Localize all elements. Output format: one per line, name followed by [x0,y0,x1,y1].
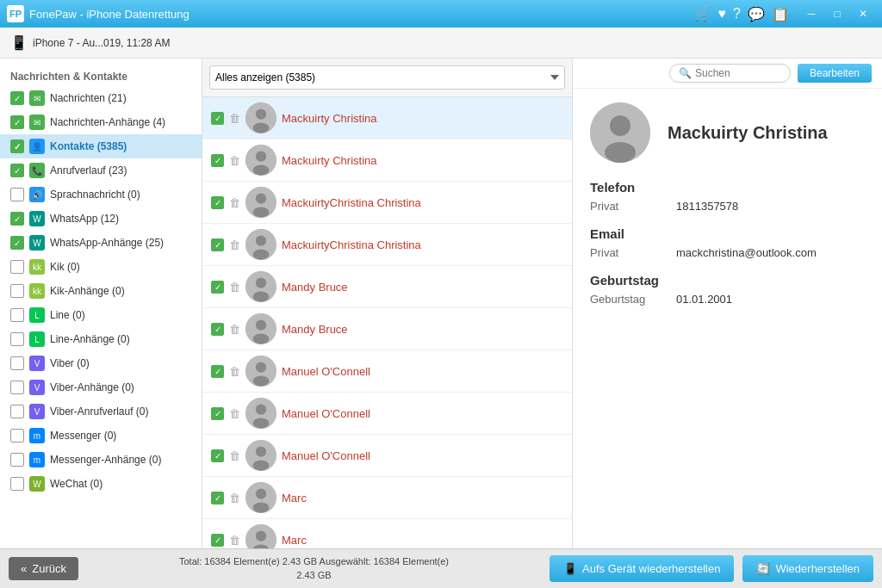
sidebar-item-kontakte[interactable]: ✓👤Kontakte (5385) [0,134,202,158]
checkbox-kontakte[interactable]: ✓ [10,139,24,153]
sidebar-item-kik-anhaenge[interactable]: kkKik-Anhänge (0) [0,279,202,303]
bearbeiten-button[interactable]: Bearbeiten [798,64,872,83]
trash-icon[interactable]: 🗑 [229,449,240,462]
trash-icon[interactable]: 🗑 [229,112,240,125]
row-checkbox[interactable]: ✓ [211,154,224,167]
trash-icon[interactable]: 🗑 [229,534,240,547]
checkbox-messenger[interactable] [10,429,24,443]
checkbox-line[interactable] [10,308,24,322]
sidebar-item-sprachnachricht[interactable]: 🔊Sprachnachricht (0) [0,183,202,207]
checkbox-viber[interactable] [10,356,24,370]
row-checkbox[interactable]: ✓ [211,281,224,294]
status-line1: Total: 16384 Element(e) 2.43 GB Ausgewäh… [87,555,541,568]
checkbox-anrufverlauf[interactable]: ✓ [10,164,24,177]
contact-row[interactable]: ✓🗑 Mackuirty Christina [202,139,572,182]
checkbox-nachrichten[interactable]: ✓ [10,91,24,105]
row-checkbox[interactable]: ✓ [211,238,224,251]
row-checkbox[interactable]: ✓ [211,323,224,336]
sidebar-item-messenger[interactable]: mMessenger (0) [0,424,202,448]
badge-messenger-anhaenge: m [29,452,45,467]
checkbox-nachrichten-anhaenge[interactable]: ✓ [10,115,24,129]
clipboard-icon[interactable]: 📋 [772,6,789,22]
sidebar-item-line-anhaenge[interactable]: LLine-Anhänge (0) [0,327,202,351]
filter-dropdown[interactable]: Alles anzeigen (5385)Nur ausgewählte [209,65,565,90]
contact-name: Marc [282,492,307,504]
sidebar-item-anrufverlauf[interactable]: ✓📞Anrufverlauf (23) [0,158,202,183]
checkbox-sprachnachricht[interactable] [10,188,24,201]
contact-row[interactable]: ✓🗑 Mandy Bruce [202,308,572,350]
sidebar-item-wechat[interactable]: WWeChat (0) [0,472,202,496]
trash-icon[interactable]: 🗑 [229,238,240,251]
cart-icon[interactable]: 🛒 [694,6,711,22]
sidebar-item-viber[interactable]: VViber (0) [0,351,202,375]
sidebar-item-nachrichten-anhaenge[interactable]: ✓✉Nachrichten-Anhänge (4) [0,110,202,134]
contact-name: Mackuirty Christina [282,112,377,125]
sidebar-item-viber-anhaenge[interactable]: VViber-Anhänge (0) [0,375,202,399]
device-icon: 📱 [10,34,28,51]
row-checkbox[interactable]: ✓ [211,365,224,378]
contact-row[interactable]: ✓🗑 Manuel O'Connell [202,435,572,477]
sidebar-label-whatsapp: WhatsApp (12) [50,213,119,225]
row-checkbox[interactable]: ✓ [211,534,224,547]
contact-row[interactable]: ✓🗑 Marc [202,477,572,519]
svg-point-17 [253,333,270,344]
close-button[interactable]: ✕ [851,4,875,23]
chat-icon[interactable]: 💬 [748,6,765,22]
sidebar-item-kik[interactable]: kkKik (0) [0,255,202,279]
contact-avatar-small [245,482,276,513]
checkbox-viber-anhaenge[interactable] [10,381,24,394]
search-input[interactable] [695,67,781,79]
row-checkbox[interactable]: ✓ [211,492,224,504]
trash-icon[interactable]: 🗑 [229,323,240,336]
status-text: Total: 16384 Element(e) 2.43 GB Ausgewäh… [87,555,541,582]
checkbox-kik-anhaenge[interactable] [10,284,24,298]
contact-row[interactable]: ✓🗑 MackuirtyChristina Christina [202,182,572,224]
sidebar-item-whatsapp-anhaenge[interactable]: ✓WWhatsApp-Anhänge (25) [0,231,202,255]
sidebar-item-whatsapp[interactable]: ✓WWhatsApp (12) [0,207,202,231]
checkbox-messenger-anhaenge[interactable] [10,453,24,467]
sidebar-item-nachrichten[interactable]: ✓✉Nachrichten (21) [0,86,202,110]
restore-device-button[interactable]: 📱 Aufs Gerät wiederherstellen [550,555,734,582]
contact-row[interactable]: ✓🗑 Mandy Bruce [202,266,572,308]
trash-icon[interactable]: 🗑 [229,407,240,420]
badge-line: L [29,307,45,323]
back-button[interactable]: « Zurück [9,557,78,580]
content-area: Nachrichten & Kontakte ✓✉Nachrichten (21… [0,59,882,548]
trash-icon[interactable]: 🗑 [229,492,240,504]
contact-row[interactable]: ✓🗑 Marc [202,519,572,548]
checkbox-line-anhaenge[interactable] [10,332,24,346]
checkbox-viber-anrufverlauf[interactable] [10,405,24,418]
checkbox-whatsapp[interactable]: ✓ [10,212,24,226]
contact-row[interactable]: ✓🗑 Manuel O'Connell [202,350,572,393]
sidebar-item-line[interactable]: LLine (0) [0,303,202,327]
device-name: iPhone 7 - Au...019, 11:28 AM [33,37,170,49]
trash-icon[interactable]: 🗑 [229,196,240,209]
sidebar-label-messenger: Messenger (0) [50,430,116,442]
trash-icon[interactable]: 🗑 [229,365,240,378]
contact-row[interactable]: ✓🗑 MackuirtyChristina Christina [202,224,572,266]
contact-avatar-small [245,440,276,471]
row-checkbox[interactable]: ✓ [211,407,224,420]
sidebar-item-messenger-anhaenge[interactable]: mMessenger-Anhänge (0) [0,448,202,472]
app-title: FonePaw - iPhone Datenrettung [29,8,694,21]
sidebar-item-viber-anrufverlauf[interactable]: VViber-Anrufverlauf (0) [0,399,202,424]
contact-row[interactable]: ✓🗑 Manuel O'Connell [202,393,572,435]
restore-button[interactable]: 🔄 Wiederherstellen [742,555,873,582]
row-checkbox[interactable]: ✓ [211,112,224,125]
maximize-button[interactable]: □ [825,4,849,23]
badge-sprachnachricht: 🔊 [29,187,45,202]
contact-avatar-small [245,356,276,387]
heart-icon[interactable]: ♥ [718,6,727,22]
checkbox-wechat[interactable] [10,477,24,491]
telefon-title: Telefon [590,180,865,195]
row-checkbox[interactable]: ✓ [211,196,224,209]
contact-row[interactable]: ✓🗑 Mackuirty Christina [202,97,572,139]
row-checkbox[interactable]: ✓ [211,449,224,462]
trash-icon[interactable]: 🗑 [229,154,240,167]
minimize-button[interactable]: ─ [799,4,823,23]
help-icon[interactable]: ? [733,6,741,22]
checkbox-whatsapp-anhaenge[interactable]: ✓ [10,236,24,250]
svg-point-20 [253,375,270,386]
trash-icon[interactable]: 🗑 [229,281,240,294]
checkbox-kik[interactable] [10,260,24,274]
